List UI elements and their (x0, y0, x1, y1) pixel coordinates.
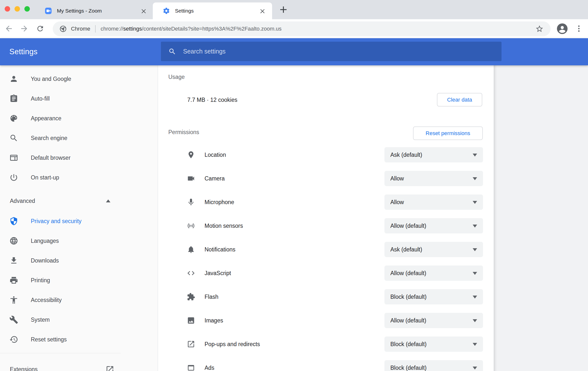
permission-label: Camera (205, 167, 225, 190)
sidebar-item-languages[interactable]: Languages (0, 231, 158, 251)
permission-select[interactable]: Allow (384, 171, 483, 186)
history-icon (9, 335, 18, 344)
browser-tab-active[interactable]: Settings (153, 2, 272, 19)
permission-row-javascript: JavaScriptAllow (default) (158, 261, 494, 285)
permission-label: Flash (205, 285, 218, 309)
back-icon[interactable] (4, 24, 13, 33)
sidebar-item-label: Reset settings (31, 336, 67, 343)
shield-half-icon (9, 217, 18, 226)
permission-label: Microphone (205, 190, 234, 214)
bell-icon (187, 245, 195, 254)
permission-select[interactable]: Block (default) (384, 336, 483, 352)
chevron-down-icon (473, 225, 477, 228)
traffic-close-button[interactable] (5, 6, 10, 12)
sidebar-item-search-engine[interactable]: Search engine (0, 128, 158, 148)
search-icon (168, 48, 176, 55)
permission-select[interactable]: Allow (default) (384, 218, 483, 233)
chevron-up-icon (106, 199, 110, 202)
palette-icon (9, 114, 18, 123)
sidebar-item-appearance[interactable]: Appearance (0, 108, 158, 128)
chevron-down-icon (473, 248, 477, 251)
chevron-down-icon (473, 367, 477, 370)
usage-heading: Usage (168, 74, 185, 80)
permission-select[interactable]: Ask (default) (384, 147, 483, 162)
permissions-heading: Permissions (168, 129, 199, 136)
permission-select-value: Block (default) (390, 341, 427, 348)
sidebar-item-label: System (31, 317, 50, 323)
permission-label: Notifications (205, 238, 235, 261)
permission-row-flash: FlashBlock (default) (158, 285, 494, 309)
sidebar-item-label: Languages (31, 238, 59, 244)
permission-select[interactable]: Ask (default) (384, 242, 483, 257)
sidebar-item-on-start-up[interactable]: On start-up (0, 168, 158, 187)
sidebar-item-downloads[interactable]: Downloads (0, 251, 158, 270)
settings-sidebar: You and GoogleAuto-fillAppearanceSearch … (0, 65, 158, 371)
advanced-label: Advanced (10, 198, 35, 204)
tab-close-icon[interactable] (259, 8, 266, 14)
sidebar-item-reset-settings[interactable]: Reset settings (0, 330, 158, 349)
person-icon (9, 74, 18, 83)
page-gutter (494, 65, 588, 371)
sidebar-divider (0, 353, 121, 353)
sidebar-item-default-browser[interactable]: Default browser (0, 148, 158, 168)
profile-avatar-icon[interactable] (556, 23, 568, 35)
permission-label: Ads (205, 356, 214, 371)
reset-permissions-button[interactable]: Reset permissions (413, 126, 483, 140)
chevron-down-icon (473, 296, 477, 299)
external-link-icon (105, 365, 114, 371)
chevron-down-icon (473, 343, 477, 346)
tab-strip: My Settings - ZoomSettings (0, 0, 588, 19)
printer-icon (9, 276, 18, 285)
settings-header: Settings (0, 38, 588, 65)
sidebar-item-extensions[interactable]: Extensions (0, 361, 123, 371)
chevron-down-icon (473, 319, 477, 322)
browser-window-icon (9, 153, 18, 162)
sidebar-item-system[interactable]: System (0, 310, 158, 330)
forward-icon[interactable] (20, 24, 29, 33)
settings-search-input[interactable] (183, 48, 502, 55)
tab-close-icon[interactable] (140, 8, 147, 14)
sidebar-item-label: You and Google (31, 76, 71, 82)
settings-page: You and GoogleAuto-fillAppearanceSearch … (0, 65, 588, 371)
traffic-minimize-button[interactable] (15, 6, 20, 12)
bookmark-star-icon[interactable] (535, 25, 544, 33)
permission-row-camera: CameraAllow (158, 167, 494, 190)
chevron-down-icon (473, 177, 477, 180)
permission-row-microphone: MicrophoneAllow (158, 190, 494, 214)
browser-tab-inactive[interactable]: My Settings - Zoom (41, 2, 151, 19)
permission-row-notifications: NotificationsAsk (default) (158, 238, 494, 261)
sidebar-item-privacy-and-security[interactable]: Privacy and security (0, 211, 158, 231)
permission-label: JavaScript (205, 261, 231, 285)
sidebar-advanced-toggle[interactable]: Advanced (0, 195, 158, 207)
settings-search-box[interactable] (161, 42, 502, 61)
permission-select[interactable]: Allow (default) (384, 265, 483, 281)
clear-data-button[interactable]: Clear data (437, 93, 482, 106)
popup-icon (187, 340, 195, 348)
sidebar-item-printing[interactable]: Printing (0, 270, 158, 290)
gear-icon (163, 7, 170, 15)
sidebar-item-auto-fill[interactable]: Auto-fill (0, 89, 158, 108)
traffic-zoom-button[interactable] (24, 6, 30, 12)
sidebar-item-you-and-google[interactable]: You and Google (0, 69, 158, 89)
sidebar-basic-nav: You and GoogleAuto-fillAppearanceSearch … (0, 69, 158, 187)
wrench-icon (9, 315, 18, 324)
sidebar-item-label: On start-up (31, 174, 59, 181)
permission-select[interactable]: Allow (default) (384, 313, 483, 328)
url-path: /content/siteDetails?site=https%3A%2F%2F… (142, 26, 282, 32)
permission-select[interactable]: Allow (384, 194, 483, 210)
permission-select-value: Allow (390, 175, 404, 182)
sidebar-item-accessibility[interactable]: Accessibility (0, 290, 158, 310)
menu-kebab-icon[interactable] (575, 24, 583, 33)
address-bar[interactable]: Chrome chrome://settings/content/siteDet… (53, 21, 551, 36)
reload-icon[interactable] (36, 24, 44, 33)
permission-row-ads: AdsBlock (default) (158, 356, 494, 371)
globe-icon (9, 236, 18, 245)
permission-select[interactable]: Block (default) (384, 360, 483, 371)
new-tab-button[interactable] (278, 4, 289, 15)
permission-select[interactable]: Block (default) (384, 289, 483, 304)
sidebar-item-label: Search engine (31, 135, 67, 141)
chrome-logo-icon (59, 25, 67, 33)
origin-label: Chrome (71, 26, 90, 32)
tab-title: Settings (175, 8, 259, 14)
power-icon (9, 173, 18, 182)
